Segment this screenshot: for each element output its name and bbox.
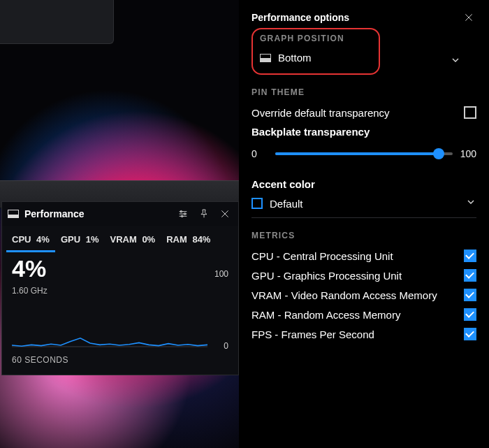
tab-ram[interactable]: RAM 84% <box>161 230 216 252</box>
metric-row[interactable]: VRAM - Video Random Access Memory <box>251 285 476 305</box>
x-axis-label: 60 SECONDS <box>12 355 228 365</box>
metric-tabs: CPU 4% GPU 1% VRAM 0% RAM 84% <box>2 226 238 252</box>
y-axis-min: 0 <box>224 341 228 351</box>
override-transparency-row[interactable]: Override default transparency <box>251 103 476 122</box>
sparkline <box>12 305 207 347</box>
metric-checkbox[interactable] <box>464 328 476 340</box>
tab-label: GPU <box>61 234 80 245</box>
tab-label: RAM <box>166 234 187 245</box>
tab-value: 4% <box>36 234 50 245</box>
pin-icon[interactable] <box>196 206 212 222</box>
tab-cpu[interactable]: CPU 4% <box>6 230 55 252</box>
override-transparency-checkbox[interactable] <box>464 106 476 119</box>
backplate-transparency-label: Backplate transparency <box>251 126 476 138</box>
metric-checkbox[interactable] <box>464 289 476 301</box>
metric-label: CPU - Central Processing Unit <box>251 250 464 262</box>
metric-row[interactable]: RAM - Random Access Memory <box>251 305 476 324</box>
tab-vram[interactable]: VRAM 0% <box>104 230 161 252</box>
options-title: Performance options <box>251 12 461 23</box>
tab-value: 1% <box>86 234 99 245</box>
secondary-value: 1.60 GHz <box>12 286 228 296</box>
section-label-pin-theme: PIN THEME <box>251 87 476 97</box>
performance-header[interactable]: Performance <box>2 202 238 226</box>
slider-thumb[interactable] <box>433 148 444 159</box>
slider-track[interactable] <box>275 152 453 155</box>
metric-checkbox[interactable] <box>464 269 476 282</box>
graph-position-highlight: GRAPH POSITION Bottom <box>251 28 380 75</box>
tab-value: 0% <box>142 234 155 245</box>
metric-checkbox[interactable] <box>464 250 476 262</box>
options-header: Performance options <box>251 7 476 28</box>
metric-label: RAM - Random Access Memory <box>251 309 464 321</box>
primary-value: 4% <box>12 256 228 280</box>
metric-checkbox[interactable] <box>464 308 476 321</box>
metrics-list: CPU - Central Processing UnitGPU - Graph… <box>251 246 476 344</box>
backplate-transparency-slider[interactable]: 0 100 <box>251 148 476 159</box>
accent-swatch-icon <box>251 198 263 209</box>
tab-value: 84% <box>192 234 210 245</box>
background-panel <box>0 0 114 44</box>
performance-title: Performance <box>24 208 170 219</box>
tab-gpu[interactable]: GPU 1% <box>55 230 105 252</box>
accent-color-value: Default <box>270 198 455 210</box>
performance-icon <box>8 210 19 218</box>
performance-body: 4% 1.60 GHz 100 0 60 SECONDS <box>2 252 238 375</box>
y-axis-max: 100 <box>214 269 228 279</box>
backplate-transparency-label-row: Backplate transparency <box>251 122 476 141</box>
graph-position-select[interactable]: Bottom <box>260 49 372 66</box>
accent-color-label: Accent color <box>251 178 476 190</box>
slider-min-label: 0 <box>251 148 268 159</box>
metric-row[interactable]: CPU - Central Processing Unit <box>251 246 476 266</box>
chevron-down-icon[interactable] <box>462 196 476 210</box>
divider <box>251 217 476 218</box>
section-label-graph-position: GRAPH POSITION <box>260 34 372 43</box>
tab-label: VRAM <box>110 234 136 245</box>
metric-row[interactable]: GPU - Graphics Processing Unit <box>251 266 476 285</box>
usage-chart: 100 0 <box>12 305 228 349</box>
settings-icon[interactable] <box>175 206 191 222</box>
metric-label: GPU - Graphics Processing Unit <box>251 270 464 282</box>
section-label-metrics: METRICS <box>251 231 476 240</box>
accent-color-select[interactable]: Default <box>251 194 476 213</box>
graph-position-value: Bottom <box>278 52 372 64</box>
close-icon[interactable] <box>461 10 476 25</box>
slider-max-label: 100 <box>460 148 476 159</box>
metric-label: VRAM - Video Random Access Memory <box>251 289 464 301</box>
accent-color-label-row: Accent color <box>251 175 476 194</box>
metric-row[interactable]: FPS - Frames Per Second <box>251 324 476 344</box>
chevron-down-icon[interactable] <box>447 55 461 68</box>
performance-options-panel: Performance options GRAPH POSITION Botto… <box>239 0 489 448</box>
override-transparency-label: Override default transparency <box>251 107 464 119</box>
close-icon[interactable] <box>217 206 233 222</box>
metric-label: FPS - Frames Per Second <box>251 328 464 340</box>
slider-fill <box>275 152 439 155</box>
position-bottom-icon <box>260 54 271 62</box>
performance-widget: Performance CPU 4% GPU 1% VRAM 0% RAM 84… <box>1 201 239 375</box>
tab-label: CPU <box>12 234 31 245</box>
